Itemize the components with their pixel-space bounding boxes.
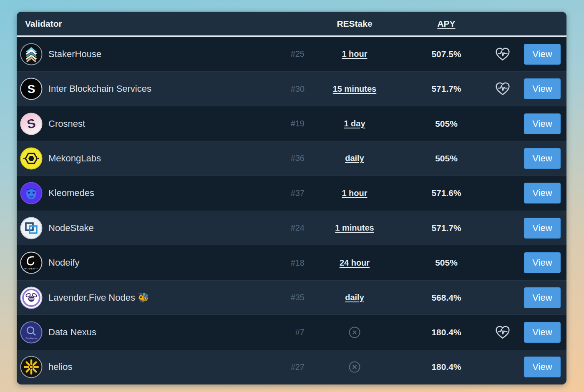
table-header: Validator REStake APY <box>17 12 566 37</box>
validator-row[interactable]: NODEIFY Nodeify #18 24 hour 505% View <box>17 245 566 280</box>
datanexus-logo: DataNexus <box>20 321 43 344</box>
restake-interval-link[interactable]: 1 minutes <box>335 223 374 232</box>
svg-text:DataNexus: DataNexus <box>25 337 37 339</box>
helios-logo <box>20 356 43 378</box>
view-button[interactable]: View <box>524 357 561 377</box>
view-button[interactable]: View <box>524 287 561 308</box>
col-header-validator: Validator <box>25 19 225 29</box>
validator-name: Crosnest <box>48 118 85 129</box>
validator-rank: #30 <box>225 84 305 94</box>
col-header-apy-sort[interactable]: APY <box>437 19 455 28</box>
validators-table: Validator REStake APY StakerHouse #25 1 … <box>17 12 566 384</box>
validator-rank: #7 <box>225 327 305 337</box>
restake-interval-link[interactable]: 1 hour <box>342 49 367 58</box>
validator-rank: #18 <box>225 258 305 268</box>
validator-row[interactable]: helios #27 180.4% View <box>17 350 566 384</box>
no-restake-icon <box>348 361 361 373</box>
validator-row[interactable]: S Inter Blockchain Services #30 15 minut… <box>17 71 566 106</box>
lavenderfive-logo <box>20 286 43 309</box>
svg-text:NODEIFY: NODEIFY <box>24 267 38 270</box>
restake-interval-link[interactable]: 15 minutes <box>333 84 376 93</box>
validator-rank: #37 <box>225 188 305 198</box>
stakerhouse-logo <box>20 43 43 65</box>
health-check-icon[interactable] <box>495 81 511 96</box>
no-restake-icon <box>348 326 361 339</box>
validator-row[interactable]: DataNexus Data Nexus #7 180.4% View <box>17 315 566 349</box>
view-button[interactable]: View <box>524 78 561 99</box>
view-button[interactable]: View <box>524 252 561 273</box>
health-check-icon[interactable] <box>495 325 511 340</box>
apy-value: 571.6% <box>405 188 488 198</box>
view-button[interactable]: View <box>524 183 561 204</box>
validator-row[interactable]: StakerHouse #25 1 hour 507.5% View <box>17 37 566 71</box>
apy-value: 568.4% <box>405 293 488 303</box>
validator-name: helios <box>48 362 72 372</box>
restake-interval-link[interactable]: 24 hour <box>340 258 370 267</box>
validator-name: Lavender.Five Nodes 🐝 <box>48 292 149 303</box>
validator-name: NodeStake <box>48 223 94 234</box>
validator-row[interactable]: Kleomedes #37 1 hour 571.6% View <box>17 176 566 211</box>
apy-value: 505% <box>405 153 488 163</box>
validator-row[interactable]: Lavender.Five Nodes 🐝 #35 daily 568.4% V… <box>17 280 566 315</box>
view-button[interactable]: View <box>524 113 561 134</box>
validator-rank: #36 <box>225 153 305 163</box>
apy-value: 180.4% <box>405 362 488 372</box>
restake-interval-link[interactable]: 1 hour <box>342 188 367 198</box>
validator-rank: #19 <box>225 119 305 128</box>
restake-interval-link[interactable]: daily <box>345 153 364 163</box>
validator-name: MekongLabs <box>48 153 101 164</box>
view-button[interactable]: View <box>524 148 561 169</box>
mekonglabs-logo <box>20 147 43 170</box>
validator-rank: #27 <box>225 362 305 372</box>
apy-value: 571.7% <box>405 84 488 94</box>
validator-rank: #25 <box>225 49 305 59</box>
nodestake-logo <box>20 217 43 239</box>
kleomedes-logo <box>20 182 43 204</box>
validator-name: Data Nexus <box>48 327 96 338</box>
restake-interval-link[interactable]: daily <box>345 293 364 302</box>
nodeify-logo: NODEIFY <box>20 251 43 274</box>
view-button[interactable]: View <box>524 44 561 65</box>
validator-row[interactable]: S Crosnest #19 1 day 505% View <box>17 106 566 141</box>
apy-value: 571.7% <box>405 223 488 233</box>
apy-value: 180.4% <box>405 327 488 337</box>
validator-name: StakerHouse <box>48 49 101 60</box>
restake-interval-link[interactable]: 1 day <box>344 119 365 128</box>
apy-value: 505% <box>405 119 488 129</box>
validator-row[interactable]: NodeStake #24 1 minutes 571.7% View <box>17 211 566 245</box>
apy-value: 505% <box>405 258 488 268</box>
ibs-logo: S <box>20 78 43 100</box>
validator-name: Nodeify <box>48 257 80 268</box>
validator-rank: #35 <box>225 293 305 302</box>
validator-name: Kleomedes <box>48 188 94 199</box>
crosnest-logo: S <box>20 113 43 135</box>
view-button[interactable]: View <box>524 218 561 239</box>
svg-text:S: S <box>28 83 35 95</box>
validator-row[interactable]: MekongLabs #36 daily 505% View <box>17 141 566 176</box>
col-header-restake: REStake <box>305 19 405 29</box>
validator-rank: #24 <box>225 223 305 233</box>
validator-name: Inter Blockchain Services <box>48 83 151 94</box>
table-body: StakerHouse #25 1 hour 507.5% View S Int… <box>17 37 566 384</box>
view-button[interactable]: View <box>524 322 561 343</box>
apy-value: 507.5% <box>405 49 488 59</box>
health-check-icon[interactable] <box>495 47 511 62</box>
